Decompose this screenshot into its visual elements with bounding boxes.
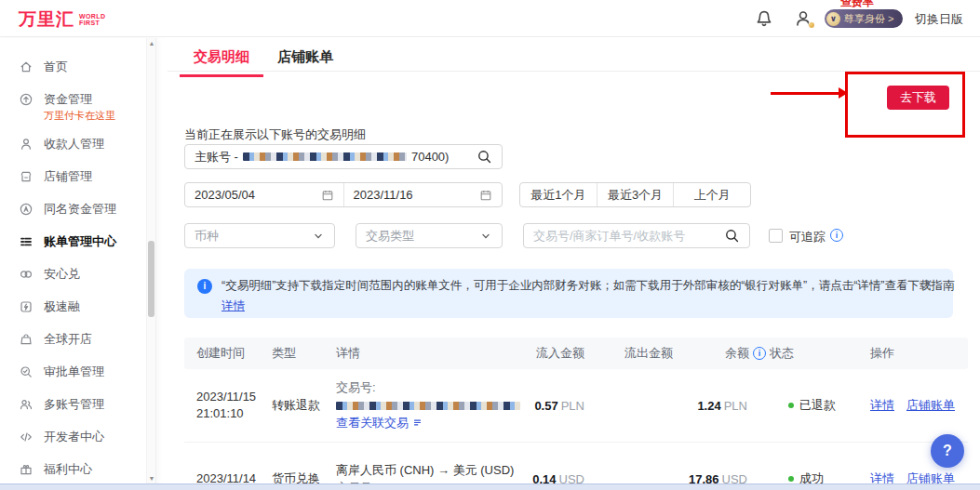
date-from-value: 2023/05/04 — [195, 188, 255, 202]
sidebar-scrollbar[interactable] — [146, 38, 155, 483]
sidebar-item-stores[interactable]: 店铺管理 — [0, 160, 155, 192]
sidebar-item-benefits-center[interactable]: 福利中心 — [0, 453, 155, 483]
date-from-field[interactable]: 2023/05/04 — [185, 183, 343, 206]
clipped-promo-text: 查费率 — [840, 0, 874, 10]
sidebar-item-label: 同名资金管理 — [44, 201, 116, 218]
currency-select[interactable]: 币种 — [184, 223, 335, 248]
tab-transaction-details[interactable]: 交易明细 — [180, 38, 263, 77]
transaction-type-select[interactable]: 交易类型 — [356, 223, 503, 248]
sidebar-item-exchange[interactable]: 安心兑 — [0, 258, 155, 290]
banner-details-link[interactable]: 详情 — [222, 298, 245, 314]
go-download-button[interactable]: 去下载 — [887, 86, 949, 110]
sidebar-item-home[interactable]: 首页 — [0, 50, 155, 83]
sidebar-item-fast-financing[interactable]: 极速融 — [0, 290, 155, 323]
info-icon — [197, 279, 212, 294]
banner-text: “交易明细”支持下载指定时间范围内的账单文件，可用于企业内部财务对账；如需下载用… — [222, 278, 916, 293]
table-header-row: 创建时间 类型 详情 流入金额 流出金额 余额 状态 操作 — [184, 338, 968, 369]
fast-financing-icon — [19, 299, 34, 314]
sidebar-item-label: 店铺管理 — [44, 168, 92, 185]
related-list-icon — [412, 417, 423, 428]
worldfirst-logo[interactable]: 万里汇 WORLDFIRST — [19, 7, 105, 32]
scroll-down-icon[interactable] — [147, 475, 156, 482]
date-range-picker: 2023/05/04 2023/11/16 — [184, 182, 503, 207]
close-icon[interactable] — [923, 277, 933, 290]
sidebar-funds-subtitle[interactable]: 万里付卡在这里 — [44, 109, 155, 123]
developer-icon — [19, 430, 34, 444]
view-related-transactions-link[interactable]: 查看关联交易 — [336, 416, 409, 430]
status-dot — [788, 403, 794, 408]
details-cell: 交易号: 查看关联交易 — [336, 370, 522, 441]
sidebar-item-developer-center[interactable]: 开发者中心 — [0, 420, 155, 453]
col-created-time: 创建时间 — [184, 345, 272, 362]
scrollbar-thumb[interactable] — [148, 241, 154, 317]
notifications-bell-icon[interactable] — [754, 8, 774, 29]
top-bar: 万里汇 WORLDFIRST ∨ 尊享身份 > 切换日版 — [0, 0, 980, 37]
actions-cell: 详情 店铺账单 — [866, 397, 968, 414]
info-banner: “交易明细”支持下载指定时间范围内的账单文件，可用于企业内部财务对账；如需下载用… — [184, 269, 953, 318]
sidebar-item-multi-account[interactable]: 多账号管理 — [0, 388, 155, 420]
home-icon — [19, 60, 34, 74]
sidebar-item-label: 安心兑 — [44, 266, 80, 283]
chevron-down-icon — [312, 230, 325, 243]
bill-center-icon — [19, 234, 34, 249]
search-icon — [724, 228, 740, 244]
sidebar-nav: 首页 资金管理 万里付卡在这里 收款人管理 店铺管理 同名资金管理 账单管理中 — [0, 38, 156, 483]
account-prefix: 主账号 - — [195, 149, 238, 166]
currency-placeholder: 币种 — [195, 228, 312, 245]
type-placeholder: 交易类型 — [366, 228, 479, 245]
date-to-field[interactable]: 2023/11/16 — [344, 183, 503, 206]
sidebar-item-payees[interactable]: 收款人管理 — [0, 127, 155, 160]
status-dot — [788, 476, 794, 482]
transaction-search-input[interactable] — [533, 229, 724, 243]
vip-status-badge[interactable]: ∨ 尊享身份 > — [825, 9, 903, 28]
col-balance: 余额 — [673, 345, 766, 362]
sidebar-item-label: 账单管理中心 — [44, 233, 116, 250]
quick-range-buttons: 最近1个月 最近3个月 上个月 — [519, 182, 751, 207]
avatar-medal-badge — [808, 21, 815, 29]
calendar-icon — [479, 189, 492, 202]
tab-store-statements[interactable]: 店铺账单 — [263, 38, 347, 77]
approval-icon — [19, 364, 34, 379]
sidebar-item-global-store[interactable]: 全球开店 — [0, 323, 155, 355]
payee-icon — [19, 137, 34, 152]
worldfirst-app: 万里汇 WORLDFIRST ∨ 尊享身份 > 切换日版 查费率 — [0, 0, 980, 490]
row-store-statement-link[interactable]: 店铺账单 — [906, 397, 955, 414]
switch-jp-version-link[interactable]: 切换日版 — [915, 11, 963, 28]
account-selector-input[interactable]: 主账号 - 70400) — [184, 144, 503, 169]
transaction-id-label: 交易号: — [336, 380, 522, 395]
balance-cell: 1.24PLN — [673, 399, 766, 413]
status-cell: 已退款 — [766, 397, 866, 414]
sidebar-item-approvals[interactable]: 审批单管理 — [0, 355, 155, 388]
chevron-down-icon — [479, 230, 492, 243]
date-to-value: 2023/11/16 — [354, 188, 413, 202]
range-last-3-months-button[interactable]: 最近3个月 — [597, 183, 674, 206]
inflow-cell: 0.57PLN — [522, 399, 584, 413]
range-last-1-month-button[interactable]: 最近1个月 — [520, 183, 597, 206]
range-last-month-button[interactable]: 上个月 — [674, 183, 750, 206]
window-bottom-edge — [0, 483, 980, 490]
balance-info-icon[interactable] — [753, 347, 766, 360]
table-row: 2023/11/1521:01:10 转账退款 交易号: 查看关联交易 0.57… — [184, 369, 968, 443]
funds-icon — [19, 92, 34, 107]
redacted-transaction-id — [336, 402, 520, 410]
scroll-up-icon[interactable] — [147, 40, 156, 46]
trackable-checkbox[interactable] — [769, 229, 783, 243]
benefits-icon — [19, 462, 34, 477]
vip-badge-label: 尊享身份 > — [844, 12, 893, 26]
row-details-link[interactable]: 详情 — [870, 397, 894, 414]
trackable-info-icon[interactable] — [830, 229, 843, 242]
help-button[interactable]: ? — [931, 434, 964, 468]
trackable-label: 可追踪 — [789, 229, 826, 245]
sidebar-item-same-name-funds[interactable]: 同名资金管理 — [0, 192, 155, 225]
calendar-icon — [321, 189, 334, 202]
sidebar-item-bill-center[interactable]: 账单管理中心 — [0, 225, 155, 258]
user-avatar-icon[interactable] — [793, 8, 813, 29]
sidebar-item-label: 福利中心 — [44, 461, 92, 478]
sidebar-item-label: 收款人管理 — [44, 136, 104, 152]
created-time-cell: 2023/11/1521:01:10 — [184, 389, 272, 422]
col-outflow: 流出金额 — [584, 345, 673, 362]
account-suffix: 70400) — [411, 150, 449, 164]
sidebar-item-label: 资金管理 — [44, 91, 92, 108]
account-caption: 当前正在展示以下账号的交易明细 — [184, 126, 366, 143]
sidebar-item-label: 极速融 — [44, 298, 80, 315]
